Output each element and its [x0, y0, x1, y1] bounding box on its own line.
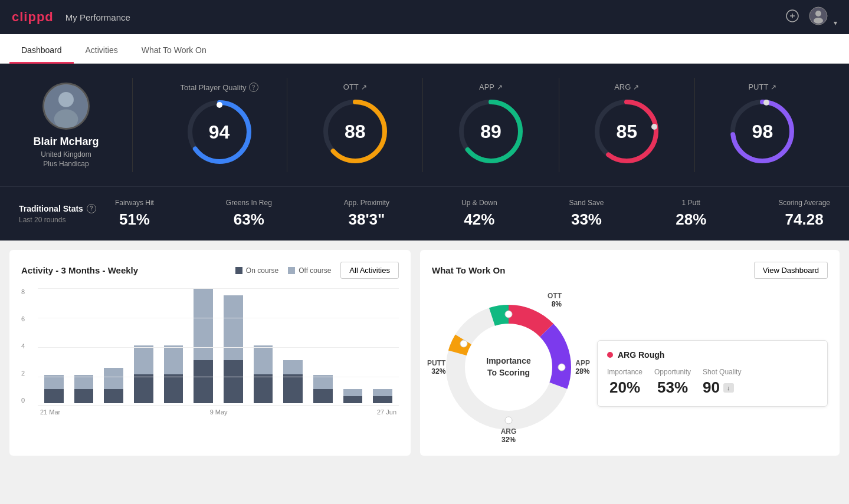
divider: [132, 78, 133, 172]
tab-what-to-work-on[interactable]: What To Work On: [130, 38, 218, 64]
bar-on-8: [254, 374, 273, 403]
player-country: United Kingdom: [41, 150, 91, 159]
nav-tabs: Dashboard Activities What To Work On: [0, 34, 849, 64]
bar-on-11: [343, 396, 363, 403]
stat-updown: Up & Down 42%: [461, 199, 497, 229]
main-content: Activity - 3 Months - Weekly On course O…: [0, 241, 849, 465]
metric-total: Total Player Quality ? 94: [152, 78, 287, 172]
svg-point-30: [460, 340, 467, 347]
svg-point-29: [505, 417, 512, 424]
avatar: [42, 83, 90, 130]
stat-oneputt: 1 Putt 28%: [676, 199, 706, 229]
gauge-ott: 88: [320, 96, 391, 167]
metric-arg: ARG ↗ 85: [559, 78, 694, 172]
donut-chart: Importance To Scoring OTT 8% APP 28% ARG…: [432, 291, 585, 444]
header: clippd My Performance ▾: [0, 0, 849, 34]
bar-off-5: [164, 345, 183, 374]
header-right: ▾: [785, 6, 837, 28]
bar-group-4: [130, 288, 158, 403]
bar-on-1: [44, 389, 64, 403]
bar-off-3: [104, 368, 123, 389]
chart-legend: On course Off course: [235, 266, 332, 275]
svg-point-5: [814, 18, 823, 24]
label-arg: ARG 32%: [501, 427, 517, 444]
info-icon-trad[interactable]: ?: [87, 204, 96, 213]
bars-container: [38, 288, 399, 403]
bar-off-9: [283, 360, 303, 374]
chart-title: Activity - 3 Months - Weekly: [21, 265, 138, 275]
donut-center-text: Importance To Scoring: [486, 355, 530, 378]
tab-dashboard[interactable]: Dashboard: [9, 38, 74, 64]
info-icon-total[interactable]: ?: [249, 83, 258, 92]
bar-group-7: [219, 288, 247, 403]
wtwo-card-title: ARG Rough: [607, 350, 818, 360]
trad-stats-bar: Traditional Stats ? Last 20 rounds Fairw…: [0, 186, 849, 241]
wtwo-title: What To Work On: [432, 265, 505, 275]
wtwo-stats: Importance 20% Opportunity 53% Shot Qual…: [607, 368, 818, 397]
bar-on-4: [134, 374, 153, 403]
add-icon[interactable]: [785, 9, 799, 26]
wtwo-right: ARG Rough Importance 20% Opportunity 53%…: [597, 328, 828, 407]
all-activities-button[interactable]: All Activities: [340, 262, 399, 279]
stat-scoring: Scoring Average 74.28: [778, 199, 830, 229]
grid-line-8: [38, 288, 399, 289]
gauge-putt: 98: [727, 96, 798, 167]
bar-group-2: [70, 288, 98, 403]
metric-ott: OTT ↗ 88: [287, 78, 422, 172]
bar-group-10: [309, 288, 337, 403]
svg-point-7: [58, 91, 74, 107]
bar-off-4: [134, 345, 153, 374]
bar-group-11: [339, 288, 367, 403]
svg-point-18: [651, 124, 657, 130]
user-menu[interactable]: ▾: [809, 6, 837, 28]
total-quality-label: Total Player Quality ?: [181, 83, 258, 92]
bar-on-6: [194, 360, 213, 403]
bar-on-12: [373, 396, 392, 403]
player-handicap: Plus Handicap: [43, 160, 88, 168]
header-title: My Performance: [65, 12, 130, 22]
label-putt: PUTT 32%: [427, 359, 445, 375]
wtwo-content: Importance To Scoring OTT 8% APP 28% ARG…: [432, 291, 828, 444]
svg-point-28: [558, 364, 565, 371]
chart-body: [38, 288, 399, 406]
arg-value: 85: [616, 121, 637, 143]
grid-line-6: [38, 318, 399, 318]
stat-proximity: App. Proximity 38'3": [344, 199, 389, 229]
bar-group-5: [160, 288, 188, 403]
tab-activities[interactable]: Activities: [74, 38, 130, 64]
y-axis: 8 6 4 2 0: [21, 288, 25, 406]
gauge-app: 89: [455, 96, 526, 167]
header-left: clippd My Performance: [12, 9, 130, 25]
metrics-grid: Total Player Quality ? 94 OTT ↗: [152, 78, 830, 172]
legend-on-course: On course: [235, 266, 278, 275]
label-app: APP 28%: [575, 359, 590, 375]
svg-point-8: [54, 109, 78, 129]
bar-on-2: [74, 389, 94, 403]
bar-off-11: [343, 389, 363, 396]
bar-group-9: [279, 288, 307, 403]
view-dashboard-button[interactable]: View Dashboard: [754, 262, 828, 279]
wtwo-panel: What To Work On View Dashboard: [420, 250, 840, 456]
player-info: Blair McHarg United Kingdom Plus Handica…: [19, 83, 113, 168]
bar-group-1: [40, 288, 68, 403]
bar-on-9: [283, 374, 303, 403]
grid-line-0: [38, 406, 399, 406]
stat-sandsave: Sand Save 33%: [569, 199, 604, 229]
gauge-arg: 85: [591, 96, 662, 167]
bar-off-8: [254, 345, 273, 374]
logo: clippd: [12, 9, 54, 25]
stat-importance: Importance 20%: [607, 368, 643, 397]
chart-area: 8 6 4 2 0: [21, 288, 399, 416]
legend-off-course: Off course: [288, 266, 331, 275]
putt-value: 98: [752, 121, 773, 143]
player-banner: Blair McHarg United Kingdom Plus Handica…: [0, 64, 849, 186]
legend-on-dot: [235, 267, 242, 274]
bar-group-8: [250, 288, 277, 403]
bar-off-7: [224, 295, 243, 360]
grid-line-2: [38, 377, 399, 377]
svg-point-11: [217, 102, 222, 108]
stat-greens: Greens In Reg 63%: [226, 199, 272, 229]
bar-off-12: [373, 389, 392, 396]
card-dot: [607, 352, 613, 358]
total-value: 94: [209, 121, 230, 143]
